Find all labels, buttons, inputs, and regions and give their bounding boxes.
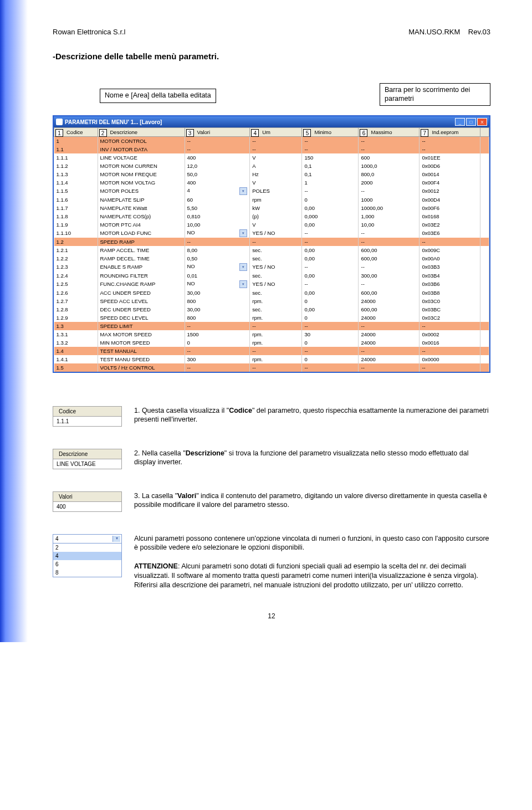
col-codice[interactable]: 1Codice: [54, 128, 98, 137]
scrollbar-track[interactable]: [480, 314, 489, 322]
chevron-down-icon[interactable]: ▾: [239, 263, 247, 271]
scrollbar-track[interactable]: [480, 355, 489, 363]
cell[interactable]: 50,0: [185, 170, 250, 178]
cell[interactable]: 0,01: [185, 271, 250, 280]
scrollbar-track[interactable]: [480, 204, 489, 212]
table-row[interactable]: 1.3SPEED LIMIT----------: [54, 322, 489, 330]
scrollbar-track[interactable]: [480, 221, 489, 229]
cell[interactable]: 0,50: [185, 254, 250, 263]
table-row[interactable]: 1.1.1LINE VOLTAGE400V1506000x01EE: [54, 153, 489, 162]
col-minimo[interactable]: 5Minimo: [302, 128, 359, 137]
table-row[interactable]: 1.2.1RAMP ACCEL. TIME8,00sec.0,00600,000…: [54, 246, 489, 254]
scrollbar-track[interactable]: [480, 339, 489, 347]
table-row[interactable]: 1.1.9MOTOR PTC AI410,00V0,0010,000x03E2: [54, 221, 489, 229]
table-row[interactable]: 1.3.2MIN MOTOR SPEED0rpm.0240000x0016: [54, 339, 489, 347]
scrollbar-track[interactable]: [480, 137, 489, 145]
cell[interactable]: --: [185, 145, 250, 153]
cell[interactable]: 30,00: [185, 305, 250, 314]
scrollbar-track[interactable]: [480, 212, 489, 221]
scrollbar-track[interactable]: [480, 280, 489, 289]
scrollbar-track[interactable]: [480, 170, 489, 178]
scrollbar-track[interactable]: [480, 196, 489, 204]
col-massimo[interactable]: 6Massimo: [359, 128, 420, 137]
cell[interactable]: --: [185, 322, 250, 330]
cell[interactable]: 10,00: [185, 221, 250, 229]
table-row[interactable]: 1.2.3ENABLE S RAMPNO▾YES / NO----0x03B3: [54, 263, 489, 271]
table-row[interactable]: 1.4TEST MANUAL----------: [54, 347, 489, 355]
col-valori[interactable]: 3Valori: [185, 128, 250, 137]
cell[interactable]: --: [185, 347, 250, 355]
table-row[interactable]: 1.2.6ACC UNDER SPEED30,00sec.0,00600,000…: [54, 289, 489, 297]
table-row[interactable]: 1.4.1TEST MANU SPEED300rpm.0240000x0000: [54, 355, 489, 363]
cell[interactable]: 1500: [185, 330, 250, 339]
scrollbar-track[interactable]: [480, 305, 489, 314]
scrollbar-track[interactable]: [480, 162, 489, 170]
col-um[interactable]: 4Um: [250, 128, 302, 137]
scrollbar-track[interactable]: [480, 238, 489, 246]
cell[interactable]: 30,00: [185, 289, 250, 297]
table-row[interactable]: 1.1INV / MOTOR DATA----------: [54, 145, 489, 153]
table-row[interactable]: 1.1.8NAMEPLATE COS(p)0,810(p)0,0001,0000…: [54, 212, 489, 221]
scrollbar-track[interactable]: [480, 229, 489, 238]
cell[interactable]: 4▾: [185, 187, 250, 196]
table-row[interactable]: 1.1.4MOTOR NOM VOLTAG400V120000x00F4: [54, 178, 489, 187]
chevron-down-icon[interactable]: ▾: [239, 280, 247, 288]
scrollbar-track[interactable]: [480, 254, 489, 263]
cell[interactable]: 0,810: [185, 212, 250, 221]
col-descrizione[interactable]: 2Descrizione: [98, 128, 185, 137]
chevron-down-icon[interactable]: ▾: [239, 229, 247, 237]
cell[interactable]: 400: [185, 153, 250, 162]
cell[interactable]: NO▾: [185, 280, 250, 289]
scrollbar-track[interactable]: [480, 153, 489, 162]
table-row[interactable]: 1MOTOR CONTROL----------: [54, 137, 489, 145]
cell[interactable]: 0: [185, 339, 250, 347]
scrollbar-track[interactable]: [480, 271, 489, 280]
cell[interactable]: --: [185, 238, 250, 246]
scrollbar-track[interactable]: [480, 187, 489, 196]
scrollbar-track[interactable]: [480, 178, 489, 187]
cell[interactable]: 60: [185, 196, 250, 204]
close-button[interactable]: X: [477, 118, 487, 126]
scrollbar[interactable]: [480, 128, 489, 137]
chevron-down-icon[interactable]: ▾: [239, 187, 247, 195]
dropdown-option[interactable]: 2: [53, 544, 121, 552]
cell[interactable]: 5,50: [185, 204, 250, 212]
cell[interactable]: 400: [185, 178, 250, 187]
minimize-button[interactable]: _: [455, 118, 465, 126]
scrollbar-track[interactable]: [480, 289, 489, 297]
table-row[interactable]: 1.1.7NAMEPLATE KWatt5,50kW0,0010000,000x…: [54, 204, 489, 212]
table-row[interactable]: 1.1.6NAMEPLATE SLIP60rpm010000x00D4: [54, 196, 489, 204]
col-eeprom[interactable]: 7Ind.eeprom: [420, 128, 480, 137]
dropdown-option[interactable]: 4: [53, 552, 121, 560]
maximize-button[interactable]: □: [466, 118, 476, 126]
table-row[interactable]: 1.1.2MOTOR NOM CURREN12,0A0,11000,00x00D…: [54, 162, 489, 170]
table-row[interactable]: 1.1.10MOTOR LOAD FUNCNO▾YES / NO----0x03…: [54, 229, 489, 238]
cell[interactable]: 8,00: [185, 246, 250, 254]
table-row[interactable]: 1.1.5MOTOR POLES4▾POLES----0x0012: [54, 187, 489, 196]
scrollbar-track[interactable]: [480, 145, 489, 153]
cell[interactable]: 12,0: [185, 162, 250, 170]
table-row[interactable]: 1.2SPEED RAMP----------: [54, 238, 489, 246]
table-row[interactable]: 1.2.7SPEED ACC LEVEL800rpm.0240000x03C0: [54, 297, 489, 305]
cell[interactable]: --: [185, 137, 250, 145]
table-row[interactable]: 1.1.3MOTOR NOM FREQUE50,0Hz0,1800,00x001…: [54, 170, 489, 178]
mini-dropdown[interactable]: 4 ▾ 2468: [53, 534, 122, 577]
scrollbar-track[interactable]: [480, 322, 489, 330]
scrollbar-track[interactable]: [480, 297, 489, 305]
table-row[interactable]: 1.3.1MAX MOTOR SPEED1500rpm.30240000x000…: [54, 330, 489, 339]
table-row[interactable]: 1.5VOLTS / Hz CONTROL----------: [54, 363, 489, 372]
table-row[interactable]: 1.2.4ROUNDING FILTER0,01sec.0,00300,000x…: [54, 271, 489, 280]
cell[interactable]: NO▾: [185, 263, 250, 271]
scrollbar-track[interactable]: [480, 363, 489, 372]
cell[interactable]: 800: [185, 297, 250, 305]
scrollbar-track[interactable]: [480, 330, 489, 339]
table-row[interactable]: 1.2.8DEC UNDER SPEED30,00sec.0,00600,000…: [54, 305, 489, 314]
scrollbar-track[interactable]: [480, 263, 489, 271]
table-row[interactable]: 1.2.5FUNC.CHANGE RAMPNO▾YES / NO----0x03…: [54, 280, 489, 289]
table-row[interactable]: 1.2.9SPEED DEC LEVEL800rpm.0240000x03C2: [54, 314, 489, 322]
dropdown-option[interactable]: 8: [53, 568, 121, 577]
cell[interactable]: 300: [185, 355, 250, 363]
scrollbar-track[interactable]: [480, 347, 489, 355]
chevron-down-icon[interactable]: ▾: [112, 536, 120, 542]
table-row[interactable]: 1.2.2RAMP DECEL. TIME0,50sec.0,00600,000…: [54, 254, 489, 263]
